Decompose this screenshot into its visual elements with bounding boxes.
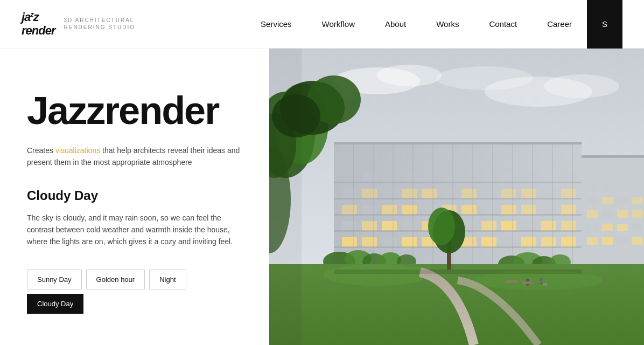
svg-point-131 bbox=[428, 208, 455, 245]
svg-rect-14 bbox=[342, 237, 357, 247]
svg-rect-52 bbox=[382, 189, 397, 198]
site-header: jazzrender 3D ARCHITECTURAL RENDERING ST… bbox=[0, 0, 644, 49]
scene-title: Cloudy Day bbox=[27, 188, 242, 203]
nav-workflow[interactable]: Workflow bbox=[307, 0, 370, 49]
logo-area: jazzrender 3D ARCHITECTURAL RENDERING ST… bbox=[22, 11, 160, 37]
svg-rect-25 bbox=[561, 237, 576, 247]
nav-about[interactable]: About bbox=[370, 0, 421, 49]
svg-rect-76 bbox=[412, 143, 414, 272]
hero-image-panel bbox=[269, 49, 644, 345]
svg-rect-79 bbox=[472, 143, 473, 272]
svg-rect-22 bbox=[501, 237, 516, 247]
svg-rect-41 bbox=[402, 205, 417, 215]
svg-rect-92 bbox=[617, 224, 628, 231]
svg-rect-62 bbox=[362, 172, 377, 181]
svg-rect-68 bbox=[334, 182, 582, 183]
svg-rect-65 bbox=[481, 172, 496, 181]
svg-rect-69 bbox=[334, 198, 582, 199]
svg-rect-84 bbox=[572, 143, 573, 272]
svg-rect-67 bbox=[561, 172, 576, 181]
svg-rect-39 bbox=[362, 205, 377, 215]
nav-works[interactable]: Works bbox=[421, 0, 474, 49]
svg-rect-91 bbox=[602, 224, 613, 231]
hero-desc-plain: Creates bbox=[27, 146, 55, 155]
svg-rect-63 bbox=[402, 172, 417, 181]
svg-rect-27 bbox=[362, 221, 377, 231]
svg-rect-24 bbox=[541, 237, 556, 247]
svg-rect-49 bbox=[561, 205, 576, 215]
svg-rect-21 bbox=[481, 237, 496, 247]
svg-rect-88 bbox=[617, 237, 628, 245]
svg-rect-100 bbox=[617, 197, 628, 204]
svg-rect-51 bbox=[362, 189, 377, 198]
svg-rect-94 bbox=[587, 210, 598, 218]
svg-rect-47 bbox=[521, 205, 536, 215]
svg-rect-58 bbox=[501, 189, 516, 198]
svg-rect-36 bbox=[541, 221, 556, 231]
svg-rect-87 bbox=[602, 237, 613, 245]
svg-rect-101 bbox=[632, 197, 643, 204]
svg-rect-135 bbox=[334, 270, 582, 274]
svg-rect-38 bbox=[342, 205, 357, 215]
svg-rect-23 bbox=[521, 237, 536, 247]
logo[interactable]: jazzrender bbox=[22, 11, 55, 37]
svg-rect-77 bbox=[432, 143, 433, 272]
svg-rect-54 bbox=[422, 189, 437, 198]
svg-rect-44 bbox=[461, 205, 477, 215]
svg-rect-53 bbox=[402, 189, 417, 198]
nav-contact[interactable]: Contact bbox=[474, 0, 532, 49]
tab-cloudy-day[interactable]: Cloudy Day bbox=[27, 294, 83, 314]
svg-rect-81 bbox=[512, 143, 513, 272]
svg-rect-136 bbox=[269, 49, 302, 345]
architectural-render bbox=[269, 49, 644, 345]
nav-career[interactable]: Career bbox=[532, 0, 587, 49]
svg-rect-95 bbox=[602, 210, 613, 218]
hero-title: Jazzrender bbox=[27, 91, 242, 132]
svg-point-114 bbox=[323, 264, 431, 286]
tab-night[interactable]: Night bbox=[149, 270, 186, 289]
svg-rect-118 bbox=[526, 284, 528, 285]
svg-rect-60 bbox=[541, 189, 556, 198]
svg-rect-17 bbox=[402, 237, 417, 247]
svg-rect-33 bbox=[481, 221, 496, 231]
svg-point-6 bbox=[436, 66, 533, 90]
svg-rect-128 bbox=[522, 281, 533, 284]
tab-golden-hour[interactable]: Golden hour bbox=[86, 270, 145, 289]
svg-rect-64 bbox=[442, 172, 457, 181]
svg-rect-119 bbox=[528, 284, 529, 285]
svg-rect-45 bbox=[481, 205, 496, 215]
svg-rect-89 bbox=[632, 237, 643, 245]
nav-services[interactable]: Services bbox=[246, 0, 307, 49]
svg-rect-57 bbox=[481, 189, 496, 198]
svg-rect-56 bbox=[461, 189, 477, 198]
svg-rect-34 bbox=[501, 221, 516, 231]
svg-rect-29 bbox=[402, 221, 417, 231]
svg-rect-126 bbox=[546, 284, 547, 286]
svg-rect-66 bbox=[521, 172, 536, 181]
svg-rect-127 bbox=[506, 280, 517, 283]
svg-rect-59 bbox=[521, 189, 536, 198]
scene-description: The sky is cloudy, and it may rain soon,… bbox=[27, 212, 242, 248]
svg-rect-97 bbox=[632, 210, 643, 218]
svg-rect-90 bbox=[587, 224, 598, 231]
main-nav: Services Workflow About Works Contact Ca… bbox=[246, 0, 622, 49]
svg-rect-35 bbox=[521, 221, 536, 231]
svg-rect-37 bbox=[561, 221, 576, 231]
svg-rect-99 bbox=[602, 197, 613, 204]
svg-rect-83 bbox=[552, 143, 553, 272]
left-panel: Jazzrender Creates visualizations that h… bbox=[0, 49, 269, 345]
svg-rect-55 bbox=[442, 189, 457, 198]
svg-rect-80 bbox=[492, 143, 493, 272]
svg-point-2 bbox=[377, 65, 442, 86]
svg-point-120 bbox=[540, 278, 543, 281]
main-container: Jazzrender Creates visualizations that h… bbox=[0, 49, 644, 345]
tab-sunny-day[interactable]: Sunny Day bbox=[27, 270, 82, 289]
svg-rect-26 bbox=[342, 221, 357, 231]
nav-cta-button[interactable]: S bbox=[587, 0, 622, 49]
svg-rect-122 bbox=[540, 283, 541, 284]
scene-tabs: Sunny Day Golden hour Night Cloudy Day bbox=[27, 270, 242, 314]
svg-rect-46 bbox=[501, 205, 516, 215]
hero-description: Creates visualizations that help archite… bbox=[27, 144, 242, 169]
svg-rect-125 bbox=[543, 284, 544, 286]
svg-rect-123 bbox=[541, 283, 543, 284]
